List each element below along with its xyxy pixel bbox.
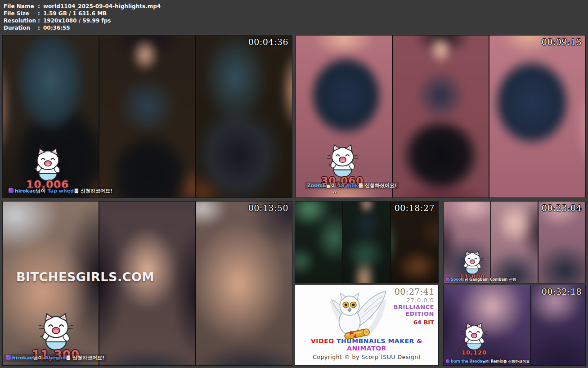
owl-icon (321, 289, 393, 344)
chat-username: hirokae (12, 355, 33, 361)
donation-count: 10,120 (462, 349, 487, 356)
vtm-edition-line2: EDITION (393, 310, 434, 317)
frame-blur-art (99, 36, 195, 197)
timestamp-badge: 00:23:04 (542, 203, 582, 213)
vtm-64bit: 64 BIT (393, 319, 434, 326)
chat-song-title: Ahegao (45, 355, 66, 361)
video-frame-panel (99, 36, 195, 197)
separator: : (38, 24, 43, 31)
separator: : (38, 3, 43, 10)
vtm-title-video: VIDEO (311, 337, 334, 345)
chat-tail: 를 신청하셨어요! (74, 188, 112, 194)
video-frame-panel (531, 285, 585, 365)
chat-user-icon (446, 278, 449, 281)
thumbnail-00-04-36: 00:04:36 10,006 hirokae님이 Tap whed를 신청하셨… (2, 35, 292, 198)
chat-user-icon (9, 188, 13, 193)
frame-blur-art (539, 202, 585, 283)
duration-label: Duration (4, 24, 38, 31)
frame-blur-art (343, 202, 391, 283)
chat-tail: 를 신청하셨어요! (358, 183, 397, 188)
frame-blur-art (391, 202, 438, 283)
resolution-label: Resolution (4, 17, 38, 24)
separator: : (38, 10, 43, 17)
resolution-row: Resolution:1920x1080 / 59.99 fps (4, 17, 588, 24)
vtm-title-amp: & (417, 337, 422, 345)
vtm-version: 27.0.0.0 (393, 297, 434, 304)
thumbnail-00-32-18: 00:32:18 10,120 burn the Banda님이 Remix를 … (443, 285, 586, 366)
song-request-chat: hirokae님이 Tap whed를 신청하셨어요! (6, 187, 115, 195)
chat-text: 님 Gangbam Combam 신청 (465, 278, 516, 282)
cat-mascot-icon (35, 312, 77, 353)
chat-song-title: Tap whed (48, 188, 74, 194)
vtm-copyright: Copyright © by Scorp (SUU Design) (295, 354, 438, 360)
cat-mascot-icon (29, 147, 67, 183)
timestamp-badge: 00:13:50 (248, 203, 288, 213)
video-frame-panel (343, 202, 391, 283)
vtm-edition-line1: BRILLIANCE (393, 304, 434, 310)
frame-blur-art (196, 202, 292, 365)
video-frame-panel (393, 36, 489, 197)
chat-username: hirokae (15, 188, 36, 194)
video-frame-panel (539, 202, 585, 283)
duration-row: Duration:00:36:55 (4, 24, 588, 31)
cat-mascot-icon (323, 144, 362, 180)
frame-blur-art (531, 285, 585, 365)
vtm-product-title: VIDEO THUMBNAILS MAKER & ANIMATOR (295, 337, 438, 352)
chat-suffix: 님이 (33, 355, 43, 361)
song-request-chat: Spooki님 Gangbam Combam 신청 (444, 277, 517, 282)
vtm-title-thumbnails-maker: THUMBNAILS MAKER (337, 337, 414, 345)
file-name-value: world1104_2025-09-04-highlights.mp4 (43, 3, 161, 10)
frame-blur-art (489, 36, 585, 197)
separator: : (38, 17, 43, 24)
frame-blur-art (295, 202, 342, 283)
timestamp-badge: 00:18:27 (395, 203, 435, 213)
duration-value: 00:36:55 (43, 24, 70, 31)
song-request-chat: burn the Banda님이 Remix를 신청하셨어요 (444, 359, 531, 364)
chat-username: burn the Banda (451, 359, 482, 364)
site-watermark: BITCHESGIRLS.COM (16, 270, 154, 284)
frame-blur-art (393, 36, 489, 197)
thumbnail-00-23-04: 00:23:04 11,000 Spooki님 Gangbam Combam 신… (443, 201, 586, 283)
video-frame-panel (491, 202, 538, 283)
chat-tail: 를 신청하셨어요! (66, 355, 104, 361)
chat-username: Spooki (451, 278, 465, 282)
file-info-header: File Name:world1104_2025-09-04-highlight… (0, 0, 588, 34)
vtm-version-block: 27.0.0.0 BRILLIANCE EDITION 64 BIT (393, 297, 434, 326)
chat-suffix: 님이 (326, 183, 336, 188)
chat-text: 님이 Remix를 신청하셨어요 (482, 359, 530, 364)
resolution-value: 1920x1080 / 59.99 fps (43, 17, 111, 24)
thumbnail-00-09-13: 00:09:13 30,060 ZoomE님이 19 milk를 신청하셨어요!… (296, 35, 586, 198)
song-request-chat: hirokae님이 Ahegao를 신청하셨어요! (4, 354, 107, 362)
timestamp-badge: 00:04:36 (248, 37, 288, 47)
chat-username: ZoomE (307, 183, 326, 188)
file-size-value: 1.59 GB / 1 631.6 MB (43, 10, 107, 17)
thumbnail-00-13-50: 00:13:50 BITCHESGIRLS.COM 11,300 hirokae… (2, 201, 292, 366)
video-frame-panel (391, 202, 438, 283)
chat-ellipsis: '' (333, 190, 337, 197)
file-size-row: File Size:1.59 GB / 1 631.6 MB (4, 10, 588, 17)
video-frame-panel (295, 202, 342, 283)
timestamp-badge: 00:32:18 (542, 287, 582, 296)
chat-song-title: 19 milk (338, 183, 358, 188)
cat-mascot-icon (459, 250, 486, 276)
frame-blur-art (196, 36, 292, 197)
vtm-title-animator: ANIMATOR (347, 345, 386, 352)
vtm-watermark-frame: 00:27:41 27.0.0.0 BRILLIANCE EDITION 64 … (295, 285, 439, 366)
video-frame-panel (489, 36, 585, 197)
thumbnail-00-18-27: 00:18:27 (295, 201, 439, 283)
frame-blur-art (491, 202, 538, 283)
timestamp-badge: 00:09:13 (542, 37, 582, 47)
chat-user-icon (446, 359, 449, 363)
file-name-row: File Name:world1104_2025-09-04-highlight… (4, 3, 588, 10)
song-request-chat: ZoomE님이 19 milk를 신청하셨어요! (305, 182, 399, 189)
chat-user-icon (6, 355, 11, 360)
file-size-label: File Size (4, 10, 38, 17)
video-frame-panel (196, 202, 292, 365)
video-frame-panel (196, 36, 292, 197)
timestamp-badge: 00:27:41 (395, 287, 435, 296)
chat-suffix: 님이 (36, 188, 46, 194)
cat-mascot-icon (458, 322, 490, 352)
file-name-label: File Name (4, 3, 38, 10)
